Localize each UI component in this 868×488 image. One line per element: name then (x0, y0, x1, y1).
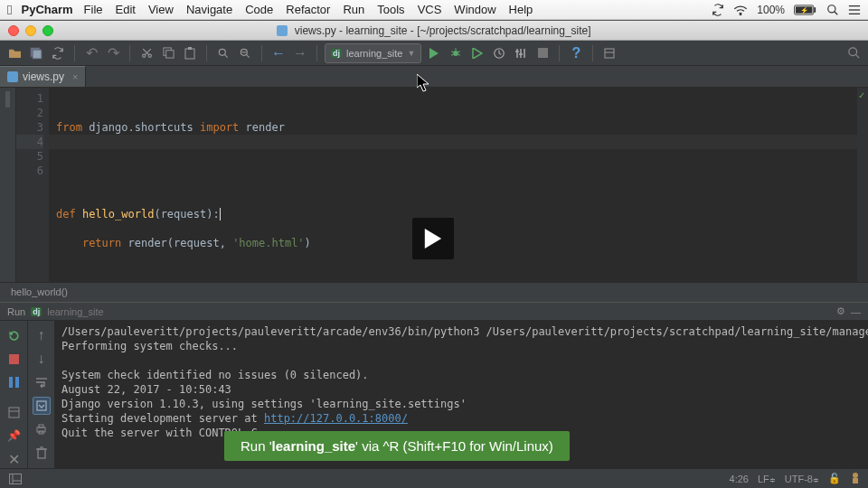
svg-point-5 (828, 5, 835, 12)
find-icon[interactable] (214, 44, 232, 62)
close-tab-icon[interactable]: × (72, 71, 78, 82)
zoom-window-icon[interactable] (42, 25, 53, 36)
rerun-icon[interactable] (5, 326, 23, 344)
save-all-icon[interactable] (27, 44, 45, 62)
cut-icon[interactable] (137, 44, 156, 62)
sync-icon[interactable] (49, 44, 67, 62)
print-icon[interactable] (33, 420, 51, 438)
caret-position[interactable]: 4:26 (730, 474, 749, 484)
django-icon: dj (331, 49, 342, 58)
help-icon[interactable]: ? (567, 44, 585, 62)
menu-code[interactable]: Code (245, 3, 273, 16)
search-everywhere-icon[interactable] (844, 44, 863, 62)
pause-icon[interactable] (5, 373, 23, 391)
open-icon[interactable] (5, 44, 24, 62)
error-stripe[interactable]: ✓ (857, 88, 868, 282)
lock-icon[interactable]: 🔓 (828, 473, 841, 484)
menu-file[interactable]: File (84, 3, 103, 16)
menu-run[interactable]: Run (343, 3, 364, 16)
line-numbers[interactable]: 1 2 3 4 5 6 (16, 88, 49, 282)
clear-icon[interactable] (33, 444, 51, 462)
svg-rect-3 (814, 7, 816, 13)
svg-rect-47 (37, 401, 46, 410)
minimize-window-icon[interactable] (25, 25, 36, 36)
main-toolbar: ↶ ↷ ← → dj learning_site ▼ ? (0, 41, 868, 66)
check-icon: ✓ (858, 90, 865, 100)
server-link[interactable]: http://127.0.0.1:8000/ (264, 412, 408, 425)
editor-tabs: views.py × (0, 66, 868, 88)
menu-help[interactable]: Help (509, 3, 533, 16)
sync-icon[interactable] (712, 4, 724, 16)
forward-icon[interactable]: → (291, 44, 309, 62)
menu-vcs[interactable]: VCS (418, 3, 442, 16)
spotlight-icon[interactable] (826, 4, 839, 16)
run-config-label: learning_site (346, 48, 402, 59)
left-gutter[interactable] (0, 88, 16, 282)
svg-text:⚡: ⚡ (800, 5, 809, 14)
svg-rect-44 (15, 377, 19, 388)
svg-line-6 (835, 11, 838, 14)
svg-point-0 (741, 14, 741, 14)
svg-rect-43 (9, 377, 13, 388)
undo-icon[interactable]: ↶ (82, 44, 100, 62)
debug-icon[interactable] (447, 44, 465, 62)
redo-icon[interactable]: ↷ (104, 44, 122, 62)
ide-window: views.py - learning_site - [~/projects/s… (0, 20, 868, 488)
menu-view[interactable]: View (148, 3, 174, 16)
menu-tools[interactable]: Tools (377, 3, 404, 16)
run-toolbar-left: 📌 ✕ (0, 321, 27, 468)
svg-line-23 (246, 54, 250, 58)
line-ending[interactable]: LF≑ (758, 474, 776, 484)
copy-icon[interactable] (159, 44, 177, 62)
stop-icon[interactable] (533, 44, 552, 62)
manage-tasks-icon[interactable] (600, 44, 618, 62)
run-coverage-icon[interactable] (468, 44, 486, 62)
back-icon[interactable]: ← (269, 44, 288, 62)
profile-icon[interactable] (490, 44, 508, 62)
battery-icon[interactable]: ⚡ (794, 5, 817, 15)
replace-icon[interactable] (236, 44, 254, 62)
encoding[interactable]: UTF-8≑ (785, 474, 819, 484)
layout-icon[interactable] (5, 403, 23, 421)
close-icon[interactable]: ✕ (5, 450, 23, 468)
wifi-icon[interactable] (733, 5, 748, 15)
menu-edit[interactable]: Edit (116, 3, 136, 16)
menu-refactor[interactable]: Refactor (286, 3, 330, 16)
apple-icon[interactable]:  (7, 2, 12, 17)
chevron-down-icon: ▼ (407, 49, 415, 58)
svg-line-21 (224, 54, 228, 58)
file-icon (277, 25, 288, 36)
hector-icon[interactable] (850, 472, 861, 486)
close-window-icon[interactable] (8, 25, 19, 36)
stop-icon[interactable] (5, 350, 23, 368)
hint-banner: Run 'learning_site' via ^R (Shift+F10 fo… (224, 431, 570, 461)
svg-rect-54 (10, 474, 22, 483)
app-name[interactable]: PyCharm (21, 3, 72, 16)
run-icon[interactable] (425, 44, 443, 62)
paste-icon[interactable] (181, 44, 199, 62)
up-icon[interactable]: ↑ (33, 326, 51, 344)
svg-rect-37 (538, 48, 548, 58)
pin-icon[interactable]: 📌 (5, 427, 23, 445)
python-file-icon (7, 71, 18, 82)
toggle-tool-windows-icon[interactable] (7, 473, 24, 485)
svg-rect-38 (605, 49, 614, 58)
concurrency-icon[interactable] (512, 44, 530, 62)
menu-navigate[interactable]: Navigate (186, 3, 232, 16)
svg-rect-51 (38, 449, 45, 458)
tab-label: views.py (23, 70, 64, 83)
status-bar: 4:26 LF≑ UTF-8≑ 🔓 (0, 468, 868, 488)
run-toolbar-left2: ↑ ↓ (27, 321, 54, 468)
minimize-icon[interactable]: — (851, 306, 861, 317)
editor-tab-views[interactable]: views.py × (0, 66, 86, 87)
svg-line-29 (452, 54, 454, 55)
menu-icon[interactable] (848, 5, 861, 15)
video-play-button[interactable] (412, 218, 454, 259)
down-icon[interactable]: ↓ (33, 350, 51, 368)
svg-rect-49 (39, 425, 43, 427)
scroll-to-end-icon[interactable] (33, 397, 51, 415)
menu-window[interactable]: Window (454, 3, 495, 16)
battery-label: 100% (757, 4, 785, 16)
run-config-selector[interactable]: dj learning_site ▼ (325, 43, 421, 63)
soft-wrap-icon[interactable] (33, 373, 51, 391)
